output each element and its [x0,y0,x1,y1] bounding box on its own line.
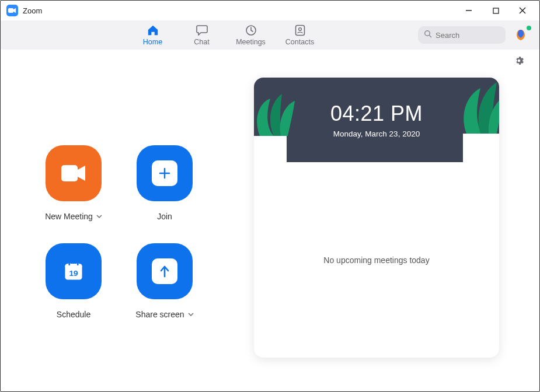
nav-tab-chat[interactable]: Chat [184,24,220,46]
window-close-button[interactable] [509,1,536,20]
titlebar: Zoom [1,1,539,20]
clock-icon [245,24,257,36]
app-window: Zoom Home [0,0,540,392]
window-minimize-button[interactable] [455,1,482,20]
no-meetings-text: No upcoming meetings today [323,256,429,265]
svg-rect-0 [8,8,13,13]
search-box[interactable] [418,26,506,44]
window-maximize-button[interactable] [482,1,509,20]
action-tiles: New Meeting Join [30,50,240,374]
svg-rect-2 [493,8,499,13]
contacts-icon [294,24,306,36]
svg-rect-17 [68,262,70,265]
join-label: Join [157,212,172,221]
schedule-button[interactable]: 19 [46,243,102,299]
calendar-icon: 19 [62,260,85,283]
share-screen-label: Share screen [135,310,184,319]
share-screen-button[interactable] [137,243,193,299]
search-input[interactable] [436,31,500,40]
svg-text:19: 19 [69,269,78,278]
nav-tab-contacts[interactable]: Contacts [283,24,318,46]
home-icon [147,24,159,36]
svg-point-7 [298,27,301,30]
arrow-up-icon [152,258,177,284]
join-button[interactable] [137,145,193,201]
plus-icon [152,160,177,186]
main-toolbar: Home Chat Meetings Contacts [1,20,539,50]
new-meeting-dropdown[interactable] [96,215,102,218]
nav-tab-meetings[interactable]: Meetings [234,24,269,46]
nav-tab-home[interactable]: Home [135,24,170,46]
chat-icon [196,24,208,36]
new-meeting-label: New Meeting [45,212,93,221]
calendar-card: 04:21 PM Monday, March 23, 2020 No upcom… [254,78,499,358]
svg-rect-18 [77,262,79,265]
schedule-label: Schedule [57,310,90,319]
home-content: New Meeting Join [1,50,539,391]
main-nav: Home Chat Meetings Contacts [135,24,318,46]
svg-rect-10 [61,165,78,181]
svg-line-9 [429,35,431,37]
new-meeting-button[interactable] [46,145,102,201]
svg-rect-14 [65,264,82,268]
decorative-plant-left [254,78,306,162]
settings-button[interactable] [514,55,524,68]
svg-rect-21 [463,134,499,162]
svg-point-8 [425,31,430,36]
share-screen-dropdown[interactable] [188,313,194,316]
user-avatar[interactable] [513,27,529,43]
clock-date: Monday, March 23, 2020 [333,130,420,138]
presence-indicator [527,26,531,30]
zoom-app-icon [6,5,18,16]
upcoming-meetings: No upcoming meetings today [254,162,499,358]
svg-rect-20 [254,136,287,162]
clock-time: 04:21 PM [330,102,423,126]
app-title: Zoom [23,6,42,15]
calendar-header: 04:21 PM Monday, March 23, 2020 [254,78,499,162]
search-icon [424,30,432,40]
decorative-plant-right [435,78,499,162]
